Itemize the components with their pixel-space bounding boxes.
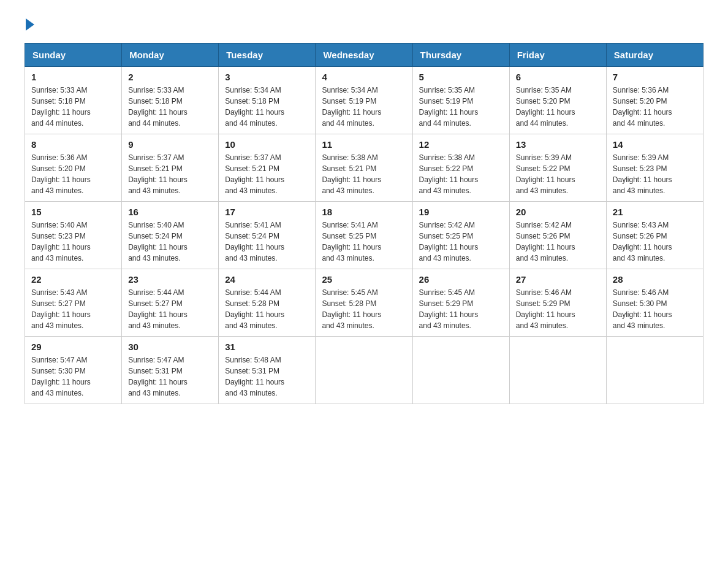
day-info: Sunrise: 5:46 AMSunset: 5:29 PMDaylight:…	[516, 287, 600, 331]
day-number: 30	[128, 342, 212, 352]
day-number: 7	[613, 72, 697, 82]
calendar-cell: 17 Sunrise: 5:41 AMSunset: 5:24 PMDaylig…	[219, 202, 316, 269]
day-number: 29	[31, 342, 115, 352]
logo-text	[25, 18, 36, 31]
day-info: Sunrise: 5:34 AMSunset: 5:18 PMDaylight:…	[225, 85, 309, 129]
calendar-cell: 21 Sunrise: 5:43 AMSunset: 5:26 PMDaylig…	[606, 202, 703, 269]
day-number: 25	[322, 274, 406, 285]
weekday-header-wednesday: Wednesday	[316, 44, 412, 67]
day-info: Sunrise: 5:48 AMSunset: 5:31 PMDaylight:…	[225, 354, 309, 399]
day-info: Sunrise: 5:47 AMSunset: 5:31 PMDaylight:…	[128, 354, 212, 399]
calendar-week-row: 15 Sunrise: 5:40 AMSunset: 5:23 PMDaylig…	[25, 202, 703, 269]
day-info: Sunrise: 5:36 AMSunset: 5:20 PMDaylight:…	[613, 85, 697, 129]
day-info: Sunrise: 5:38 AMSunset: 5:22 PMDaylight:…	[419, 152, 503, 196]
calendar-cell: 4 Sunrise: 5:34 AMSunset: 5:19 PMDayligh…	[316, 67, 412, 134]
calendar-cell: 19 Sunrise: 5:42 AMSunset: 5:25 PMDaylig…	[412, 202, 509, 269]
day-info: Sunrise: 5:42 AMSunset: 5:25 PMDaylight:…	[419, 220, 503, 264]
day-info: Sunrise: 5:46 AMSunset: 5:30 PMDaylight:…	[613, 287, 697, 331]
calendar-cell: 10 Sunrise: 5:37 AMSunset: 5:21 PMDaylig…	[219, 134, 316, 202]
day-info: Sunrise: 5:45 AMSunset: 5:29 PMDaylight:…	[419, 287, 503, 331]
day-number: 21	[613, 207, 697, 217]
day-info: Sunrise: 5:35 AMSunset: 5:20 PMDaylight:…	[516, 85, 600, 129]
day-info: Sunrise: 5:43 AMSunset: 5:27 PMDaylight:…	[31, 287, 115, 331]
calendar-week-row: 22 Sunrise: 5:43 AMSunset: 5:27 PMDaylig…	[25, 269, 703, 337]
day-info: Sunrise: 5:39 AMSunset: 5:23 PMDaylight:…	[613, 152, 697, 196]
day-number: 16	[128, 207, 212, 217]
calendar-cell: 15 Sunrise: 5:40 AMSunset: 5:23 PMDaylig…	[25, 202, 122, 269]
calendar-cell: 25 Sunrise: 5:45 AMSunset: 5:28 PMDaylig…	[316, 269, 412, 337]
day-number: 31	[225, 342, 309, 352]
weekday-header-sunday: Sunday	[25, 44, 122, 67]
day-info: Sunrise: 5:41 AMSunset: 5:24 PMDaylight:…	[225, 220, 309, 264]
weekday-header-monday: Monday	[122, 44, 219, 67]
calendar-cell: 7 Sunrise: 5:36 AMSunset: 5:20 PMDayligh…	[606, 67, 703, 134]
calendar-week-row: 1 Sunrise: 5:33 AMSunset: 5:18 PMDayligh…	[25, 67, 703, 134]
calendar-cell: 9 Sunrise: 5:37 AMSunset: 5:21 PMDayligh…	[122, 134, 219, 202]
weekday-header-saturday: Saturday	[606, 44, 703, 67]
calendar-cell: 5 Sunrise: 5:35 AMSunset: 5:19 PMDayligh…	[412, 67, 509, 134]
day-number: 28	[613, 274, 697, 285]
weekday-header-thursday: Thursday	[412, 44, 509, 67]
day-info: Sunrise: 5:40 AMSunset: 5:23 PMDaylight:…	[31, 220, 115, 264]
day-number: 2	[128, 72, 212, 82]
calendar-cell: 27 Sunrise: 5:46 AMSunset: 5:29 PMDaylig…	[509, 269, 606, 337]
day-info: Sunrise: 5:38 AMSunset: 5:21 PMDaylight:…	[322, 152, 406, 196]
calendar-cell: 6 Sunrise: 5:35 AMSunset: 5:20 PMDayligh…	[509, 67, 606, 134]
day-number: 24	[225, 274, 309, 285]
day-number: 26	[419, 274, 503, 285]
day-number: 4	[322, 72, 406, 82]
day-number: 6	[516, 72, 600, 82]
day-info: Sunrise: 5:39 AMSunset: 5:22 PMDaylight:…	[516, 152, 600, 196]
calendar-week-row: 8 Sunrise: 5:36 AMSunset: 5:20 PMDayligh…	[25, 134, 703, 202]
calendar-cell: 22 Sunrise: 5:43 AMSunset: 5:27 PMDaylig…	[25, 269, 122, 337]
calendar-cell: 3 Sunrise: 5:34 AMSunset: 5:18 PMDayligh…	[219, 67, 316, 134]
day-info: Sunrise: 5:42 AMSunset: 5:26 PMDaylight:…	[516, 220, 600, 264]
calendar-cell: 16 Sunrise: 5:40 AMSunset: 5:24 PMDaylig…	[122, 202, 219, 269]
day-info: Sunrise: 5:43 AMSunset: 5:26 PMDaylight:…	[613, 220, 697, 264]
day-info: Sunrise: 5:35 AMSunset: 5:19 PMDaylight:…	[419, 85, 503, 129]
day-info: Sunrise: 5:40 AMSunset: 5:24 PMDaylight:…	[128, 220, 212, 264]
calendar-cell	[412, 337, 509, 404]
calendar-cell	[606, 337, 703, 404]
day-number: 19	[419, 207, 503, 217]
day-info: Sunrise: 5:45 AMSunset: 5:28 PMDaylight:…	[322, 287, 406, 331]
calendar-cell: 26 Sunrise: 5:45 AMSunset: 5:29 PMDaylig…	[412, 269, 509, 337]
day-number: 13	[516, 139, 600, 150]
calendar-cell: 14 Sunrise: 5:39 AMSunset: 5:23 PMDaylig…	[606, 134, 703, 202]
calendar-cell: 8 Sunrise: 5:36 AMSunset: 5:20 PMDayligh…	[25, 134, 122, 202]
day-info: Sunrise: 5:34 AMSunset: 5:19 PMDaylight:…	[322, 85, 406, 129]
logo-arrow-icon	[26, 18, 34, 31]
weekday-header-tuesday: Tuesday	[219, 44, 316, 67]
day-number: 14	[613, 139, 697, 150]
day-number: 8	[31, 139, 115, 150]
day-number: 18	[322, 207, 406, 217]
day-number: 22	[31, 274, 115, 285]
weekday-header-friday: Friday	[509, 44, 606, 67]
day-number: 11	[322, 139, 406, 150]
day-info: Sunrise: 5:33 AMSunset: 5:18 PMDaylight:…	[128, 85, 212, 129]
day-info: Sunrise: 5:36 AMSunset: 5:20 PMDaylight:…	[31, 152, 115, 196]
calendar-cell: 12 Sunrise: 5:38 AMSunset: 5:22 PMDaylig…	[412, 134, 509, 202]
day-number: 12	[419, 139, 503, 150]
calendar-cell: 18 Sunrise: 5:41 AMSunset: 5:25 PMDaylig…	[316, 202, 412, 269]
calendar-cell	[316, 337, 412, 404]
day-info: Sunrise: 5:44 AMSunset: 5:28 PMDaylight:…	[225, 287, 309, 331]
day-number: 17	[225, 207, 309, 217]
calendar-cell: 20 Sunrise: 5:42 AMSunset: 5:26 PMDaylig…	[509, 202, 606, 269]
calendar-cell: 11 Sunrise: 5:38 AMSunset: 5:21 PMDaylig…	[316, 134, 412, 202]
day-info: Sunrise: 5:33 AMSunset: 5:18 PMDaylight:…	[31, 85, 115, 129]
calendar-cell: 24 Sunrise: 5:44 AMSunset: 5:28 PMDaylig…	[219, 269, 316, 337]
day-number: 27	[516, 274, 600, 285]
calendar-cell: 1 Sunrise: 5:33 AMSunset: 5:18 PMDayligh…	[25, 67, 122, 134]
day-info: Sunrise: 5:44 AMSunset: 5:27 PMDaylight:…	[128, 287, 212, 331]
calendar-table: SundayMondayTuesdayWednesdayThursdayFrid…	[25, 43, 703, 404]
logo	[25, 18, 36, 31]
day-number: 1	[31, 72, 115, 82]
weekday-header-row: SundayMondayTuesdayWednesdayThursdayFrid…	[25, 44, 703, 67]
day-number: 5	[419, 72, 503, 82]
day-number: 15	[31, 207, 115, 217]
day-number: 9	[128, 139, 212, 150]
day-info: Sunrise: 5:41 AMSunset: 5:25 PMDaylight:…	[322, 220, 406, 264]
day-number: 20	[516, 207, 600, 217]
calendar-week-row: 29 Sunrise: 5:47 AMSunset: 5:30 PMDaylig…	[25, 337, 703, 404]
